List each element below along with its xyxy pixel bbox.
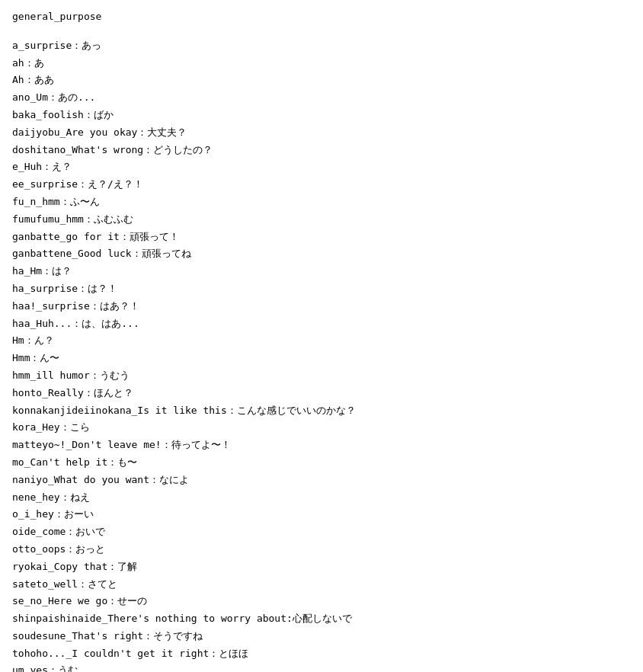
entry-key: um_yes [12,664,48,672]
entry-key: e_Huh [12,161,42,172]
entry-value: ふ〜ん [70,196,100,207]
list-item: ee_surprise：え？/え？！ [12,176,631,194]
entry-separator: ： [137,126,147,138]
entry-separator: ： [78,283,88,294]
entry-separator: ： [24,334,34,346]
entry-value: 大丈夫？ [147,126,187,138]
list-item: haa!_surprise：はあ？！ [12,298,631,315]
list-item: oide_come：おいで [12,523,631,541]
entry-key: soudesune_That's right [12,630,143,642]
entry-value: は、はあ... [82,318,139,329]
list-item: fumufumu_hmm：ふむふむ [12,211,631,229]
entry-value: ほんと？ [94,387,133,398]
entry-list: a_surprise：あっah：あAh：ああano_Um：あの...baka_f… [12,37,631,672]
entry-separator: ： [24,57,34,69]
list-item: ganbatte_go for it：頑張って！ [12,229,631,246]
entry-key: baka_foolish [12,109,84,120]
entry-separator: ： [90,300,100,312]
entry-value: あの... [58,91,95,103]
list-item: se_no_Here we go：せーの [12,593,631,610]
entry-separator: ： [72,40,82,51]
entry-value: こんな感じでいいのかな？ [237,405,356,416]
entry-value: そうですね [153,630,203,642]
entry-separator: ： [24,74,34,85]
entry-value: おいで [75,526,105,537]
entry-value: 了解 [117,561,137,572]
entry-key: ryokai_Copy that [12,561,107,572]
entry-value: 頑張ってね [142,248,191,259]
entry-value: ああ [34,74,54,85]
entry-separator: ： [209,648,219,659]
list-item: shinpaishinaide_There's nothing to worry… [12,610,631,628]
list-item: ano_Um：あの... [12,89,631,107]
entry-separator: ： [84,387,94,398]
entry-key: ganbatte_go for it [12,231,120,242]
entry-value: も〜 [117,456,137,468]
list-item: ha_Hm：は？ [12,263,631,280]
entry-separator: ： [78,178,88,190]
entry-separator: ： [48,91,58,103]
entry-separator: ： [107,561,117,572]
entry-separator: ： [120,231,130,242]
list-item: konnakanjideiinokana_Is it like this：こんな… [12,402,631,420]
list-item: daijyobu_Are you okay：大丈夫？ [12,124,631,142]
entry-separator: : [286,613,293,624]
entry-key: ganbattene_Good luck [12,248,132,259]
list-item: baka_foolish：ばか [12,107,631,124]
entry-key: doshitano_What's wrong [12,144,143,155]
entry-value: ん〜 [40,352,59,363]
entry-separator: ： [227,405,237,416]
entry-separator: ： [60,421,70,433]
entry-separator: ： [54,508,64,520]
entry-key: ha_surprise [12,283,78,294]
entry-separator: ： [90,370,100,381]
list-item: honto_Really：ほんと？ [12,385,631,402]
list-item: um_yes：うむ [12,662,631,672]
list-item: ganbattene_Good luck：頑張ってね [12,245,631,263]
entry-value: あっ [82,40,101,51]
list-item: haa_Huh...：は、はあ... [12,315,631,333]
entry-value: え？/え？！ [88,178,143,190]
list-item: ha_surprise：は？！ [12,280,631,298]
entry-separator: ： [107,595,117,606]
entry-value: ばか [94,109,114,120]
list-item: mo_Can't help it：も〜 [12,454,631,472]
entry-key: mo_Can't help it [12,456,107,468]
entry-key: ha_Hm [12,265,42,277]
entry-separator: ： [42,161,52,172]
entry-value: おーい [64,508,94,520]
entry-key: matteyo~!_Don't leave me! [12,439,162,450]
entry-value: どうしたの？ [153,144,213,155]
entry-separator: ： [143,630,153,642]
entry-value: せーの [117,595,147,606]
entry-separator: ： [84,109,94,120]
list-item: otto_oops：おっと [12,541,631,558]
list-item: a_surprise：あっ [12,37,631,55]
list-item: Hm：ん？ [12,332,631,350]
entry-key: hmm_ill humor [12,370,90,381]
entry-separator: ： [30,352,40,363]
entry-separator: ： [48,664,58,672]
entry-value: は？ [52,265,72,277]
entry-key: kora_Hey [12,421,60,433]
entry-key: ah [12,57,24,69]
entry-key: a_surprise [12,40,72,51]
entry-key: fumufumu_hmm [12,213,84,225]
entry-key: daijyobu_Are you okay [12,126,137,138]
entry-key: naniyo_What do you want [12,474,149,485]
list-item: tohoho..._I couldn't get it right：とほほ [12,645,631,663]
entry-value: なによ [159,474,189,485]
entry-key: tohoho..._I couldn't get it right [12,648,209,659]
entry-key: honto_Really [12,387,84,398]
entry-separator: ： [162,439,171,450]
list-item: e_Huh：え？ [12,158,631,176]
entry-key: fu_n_hmm [12,196,60,207]
entry-key: ano_Um [12,91,48,103]
entry-key: shinpaishinaide_There's nothing to worry… [12,613,286,624]
entry-separator: ： [42,265,52,277]
entry-value: ん？ [34,334,54,346]
list-item: ah：あ [12,55,631,72]
entry-separator: ： [60,196,70,207]
list-item: doshitano_What's wrong：どうしたの？ [12,142,631,159]
list-item: kora_Hey：こら [12,419,631,437]
